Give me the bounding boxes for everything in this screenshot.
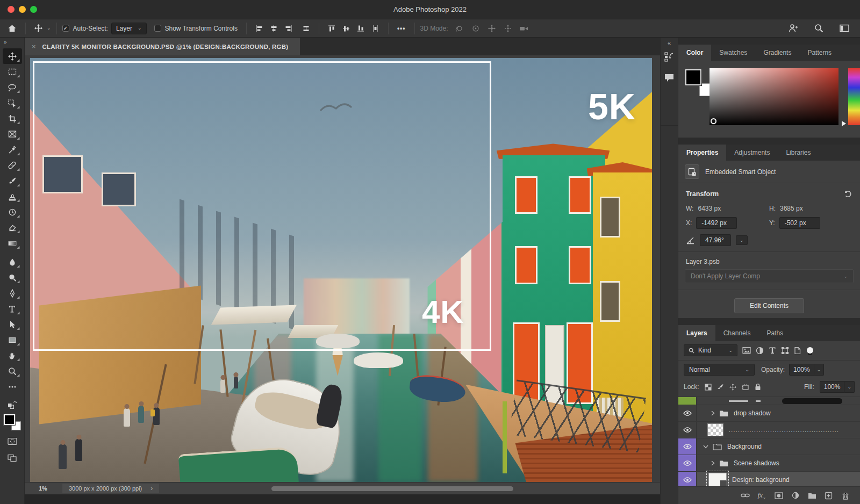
- edit-toolbar-icon[interactable]: [3, 379, 22, 394]
- x-position-input[interactable]: -1492 px: [696, 217, 737, 229]
- tab-patterns[interactable]: Patterns: [799, 45, 840, 61]
- align-right-edges-icon[interactable]: [281, 25, 296, 32]
- tool-hand[interactable]: [3, 348, 22, 363]
- 3d-roll-icon[interactable]: [468, 24, 484, 33]
- rotation-angle-input[interactable]: 47.96°: [700, 234, 731, 246]
- swap-colors-icon[interactable]: [3, 397, 22, 412]
- 3d-pan-icon[interactable]: [484, 24, 500, 33]
- 3d-camera-icon[interactable]: [516, 24, 533, 33]
- tool-move[interactable]: [3, 48, 22, 64]
- 3d-orbit-icon[interactable]: [452, 24, 468, 33]
- horizontal-scrollbar[interactable]: [271, 486, 513, 491]
- color-field-cursor[interactable]: [711, 118, 716, 124]
- layer-filter-dropdown[interactable]: Kind ⌄: [684, 344, 737, 356]
- align-vertical-centers-icon[interactable]: [339, 25, 354, 32]
- distribute-horizontal-icon[interactable]: [299, 25, 313, 32]
- tab-paths[interactable]: Paths: [758, 325, 791, 341]
- tab-swatches[interactable]: Swatches: [711, 45, 755, 61]
- layer-visibility-toggle[interactable]: [678, 455, 697, 471]
- lock-image-pixels-icon[interactable]: [717, 384, 724, 391]
- reset-transform-icon[interactable]: [843, 190, 852, 198]
- chevron-right-icon[interactable]: [711, 460, 715, 466]
- tool-blur[interactable]: [3, 254, 22, 270]
- tool-clone-stamp[interactable]: [3, 189, 22, 204]
- document-tab[interactable]: × CLARITY 5K MONITOR BACKGROUND.PSD @1% …: [25, 38, 300, 55]
- layer-name[interactable]: Background: [727, 443, 762, 450]
- close-tab-icon[interactable]: ×: [32, 42, 36, 51]
- tool-object-selection[interactable]: [3, 95, 22, 111]
- opacity-value[interactable]: 100%: [789, 364, 814, 376]
- quick-mask-mode-icon[interactable]: [3, 434, 22, 449]
- align-top-edges-icon[interactable]: [325, 25, 339, 32]
- chevron-down-icon[interactable]: [703, 445, 708, 449]
- layer-visibility-cell[interactable]: [678, 397, 697, 405]
- canvas-image[interactable]: 4K 5K: [30, 58, 652, 482]
- filter-smart-objects-icon[interactable]: [794, 347, 801, 355]
- layer-row-drop-shadow[interactable]: drop shadow: [678, 405, 860, 422]
- layer-visibility-toggle[interactable]: [678, 405, 697, 421]
- y-position-input[interactable]: -502 px: [779, 217, 820, 229]
- tab-libraries[interactable]: Libraries: [778, 145, 819, 161]
- more-options-button[interactable]: •••: [394, 25, 409, 32]
- add-adjustment-layer-icon[interactable]: [787, 492, 804, 499]
- new-group-icon[interactable]: [804, 492, 820, 499]
- filter-toggle-switch[interactable]: [807, 347, 813, 354]
- tool-shape-rectangle[interactable]: [3, 332, 22, 348]
- expand-tools-icon[interactable]: »: [4, 39, 6, 45]
- lock-all-icon[interactable]: [755, 383, 761, 391]
- tool-rectangular-marquee[interactable]: [3, 64, 22, 80]
- tool-zoom[interactable]: [3, 363, 22, 379]
- color-field[interactable]: [710, 68, 838, 125]
- 3d-slide-icon[interactable]: [500, 24, 516, 33]
- tab-layers[interactable]: Layers: [678, 325, 715, 341]
- layer-row-dotted[interactable]: ........................................…: [678, 422, 860, 438]
- tab-properties[interactable]: Properties: [678, 145, 726, 161]
- tool-frame[interactable]: [3, 126, 22, 142]
- link-layers-icon[interactable]: [737, 493, 754, 498]
- edit-contents-button[interactable]: Edit Contents: [734, 298, 804, 313]
- chevron-right-icon[interactable]: [711, 411, 715, 416]
- angle-dropdown-button[interactable]: ⌄: [736, 235, 748, 245]
- tab-channels[interactable]: Channels: [715, 325, 759, 341]
- filter-pixel-layers-icon[interactable]: [742, 347, 751, 354]
- chevron-down-icon[interactable]: ⌄: [47, 26, 51, 31]
- document-size-info[interactable]: 3000 px x 2000 px (300 ppi) ›: [62, 484, 159, 493]
- tool-type[interactable]: [3, 301, 22, 316]
- layer-comp-dropdown[interactable]: Don't Apply Layer Comp ⌄: [685, 269, 854, 283]
- foreground-color-swatch[interactable]: [685, 69, 701, 85]
- auto-select-checkbox[interactable]: ✓: [62, 25, 69, 32]
- tool-eyedropper[interactable]: [3, 142, 22, 157]
- blend-mode-dropdown[interactable]: Normal ⌄: [684, 364, 755, 376]
- workspace-switcher-icon[interactable]: [836, 24, 852, 32]
- collapse-panels-icon[interactable]: «: [668, 40, 671, 46]
- screen-mode-icon[interactable]: [3, 450, 22, 466]
- lock-position-icon[interactable]: [729, 384, 736, 391]
- history-panel-icon[interactable]: [664, 52, 675, 62]
- layer-thumbnail[interactable]: [707, 423, 723, 436]
- canvas[interactable]: 4K 5K: [25, 55, 660, 482]
- hue-slider-cursor[interactable]: [842, 121, 846, 126]
- layer-name[interactable]: ........................................…: [729, 427, 839, 433]
- layer-row-scene-shadows[interactable]: Scene shadows: [678, 455, 860, 472]
- share-user-icon[interactable]: [785, 24, 801, 33]
- distribute-vertical-icon[interactable]: [368, 25, 383, 32]
- layer-thumbnail-smart-object[interactable]: [708, 473, 727, 486]
- lock-artboard-icon[interactable]: [742, 384, 749, 391]
- move-tool-preset-icon[interactable]: [31, 24, 46, 32]
- tool-pen[interactable]: [3, 285, 22, 301]
- tool-dodge[interactable]: [3, 270, 22, 285]
- tool-healing-brush[interactable]: [3, 157, 22, 173]
- tool-path-selection[interactable]: [3, 316, 22, 332]
- foreground-background-colors[interactable]: [4, 414, 21, 430]
- tool-lasso[interactable]: [3, 80, 22, 95]
- fill-dropdown[interactable]: 100% ⌄: [820, 381, 855, 393]
- new-layer-icon[interactable]: [820, 492, 837, 500]
- layer-row-design-background[interactable]: Design: background: [678, 472, 860, 486]
- home-icon[interactable]: [4, 24, 20, 33]
- show-transform-checkbox[interactable]: [154, 25, 161, 32]
- tool-brush[interactable]: [3, 173, 22, 189]
- zoom-level[interactable]: 1%: [39, 485, 47, 492]
- opacity-dropdown[interactable]: 100% ⌄: [789, 364, 824, 376]
- layer-name[interactable]: drop shadow: [734, 409, 771, 417]
- tab-color[interactable]: Color: [678, 45, 711, 61]
